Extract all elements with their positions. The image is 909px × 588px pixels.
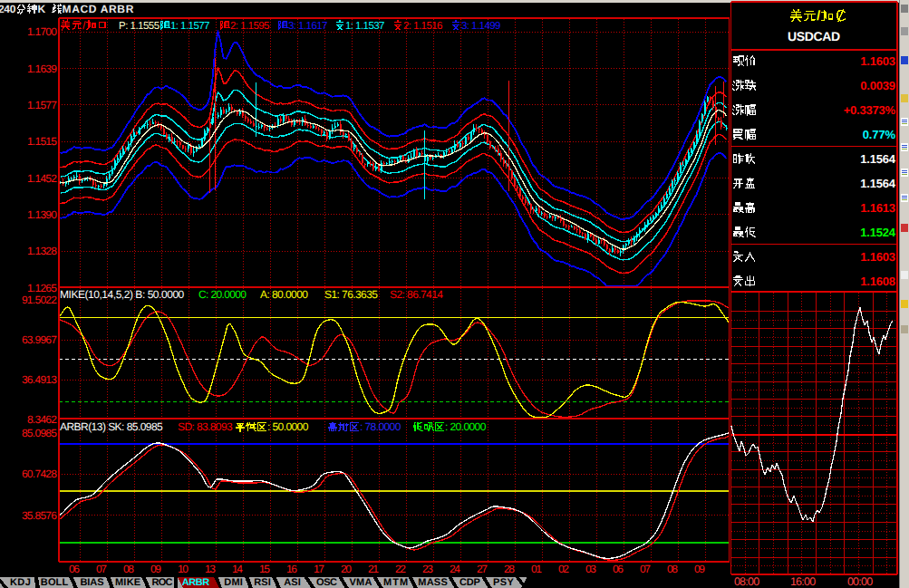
svg-text:S2: 86.7414: S2: 86.7414 (390, 288, 443, 301)
svg-text:240: 240 (0, 3, 16, 15)
svg-text:3: 1.1617: 3: 1.1617 (288, 21, 328, 32)
svg-text:OSC: OSC (316, 577, 337, 588)
svg-text:+0.3373%: +0.3373% (844, 103, 896, 117)
svg-text:17: 17 (314, 563, 324, 575)
svg-text:1.1524: 1.1524 (860, 226, 896, 239)
svg-text:1.1608: 1.1608 (860, 275, 895, 288)
svg-text:MIKE(10,14,5,2) B: 50.0000: MIKE(10,14,5,2) B: 50.0000 (60, 288, 185, 301)
svg-text:ARBR: ARBR (182, 577, 209, 588)
svg-text:01: 01 (531, 563, 542, 575)
svg-text:1.1639: 1.1639 (27, 63, 57, 75)
svg-text:03: 03 (585, 563, 596, 575)
svg-text:13: 13 (205, 563, 216, 575)
svg-text:08: 08 (667, 563, 678, 575)
svg-text:A: 80.0000: A: 80.0000 (260, 288, 308, 301)
svg-text:1.1564: 1.1564 (860, 177, 896, 190)
svg-text:1.1452: 1.1452 (27, 172, 57, 185)
svg-text:1.1577: 1.1577 (27, 99, 57, 111)
svg-text:MASS: MASS (418, 577, 448, 588)
svg-text:06: 06 (69, 563, 80, 575)
svg-text:63.9967: 63.9967 (22, 333, 57, 346)
svg-text:S1: 76.3635: S1: 76.3635 (324, 288, 378, 301)
svg-text:00:00: 00:00 (847, 575, 873, 588)
svg-text:MIKE: MIKE (115, 577, 140, 588)
svg-text:2: 1.1516: 2: 1.1516 (403, 21, 443, 32)
svg-text:24: 24 (450, 563, 460, 575)
svg-text:1.1564: 1.1564 (860, 152, 896, 166)
svg-text:1: 1.1577: 1: 1.1577 (170, 21, 210, 32)
svg-text:27: 27 (477, 563, 488, 575)
svg-text:C: 20.0000: C: 20.0000 (198, 288, 247, 301)
svg-text:MTM: MTM (383, 577, 408, 588)
svg-text:21: 21 (368, 563, 379, 575)
svg-text:16: 16 (286, 563, 297, 575)
svg-text:: 20.0000: : 20.0000 (445, 420, 487, 433)
svg-text:20: 20 (341, 563, 352, 575)
svg-text:: 78.0000: : 78.0000 (360, 420, 401, 433)
svg-text:22: 22 (395, 563, 406, 575)
svg-text:ASI: ASI (284, 577, 301, 588)
svg-text:PSY: PSY (493, 577, 514, 588)
svg-text:ARBR(13) SK: 85.0985: ARBR(13) SK: 85.0985 (60, 420, 163, 433)
svg-text:0.0039: 0.0039 (860, 79, 895, 92)
svg-text:28: 28 (504, 563, 515, 575)
svg-text:SD: 83.8093: SD: 83.8093 (178, 420, 233, 433)
svg-text:02: 02 (558, 563, 569, 575)
svg-text:07: 07 (640, 563, 651, 575)
svg-text:1.1515: 1.1515 (27, 135, 57, 148)
svg-text:KDJ: KDJ (10, 577, 31, 588)
svg-text:1.1265: 1.1265 (27, 282, 57, 294)
svg-text:06: 06 (613, 563, 624, 575)
svg-text:09: 09 (150, 563, 161, 575)
svg-text:23: 23 (422, 563, 433, 575)
svg-text:91.5022: 91.5022 (22, 294, 57, 306)
svg-text:ROC: ROC (152, 577, 173, 588)
svg-text:1.1603: 1.1603 (860, 250, 895, 264)
svg-text:BIAS: BIAS (80, 577, 103, 588)
svg-text:DMI: DMI (224, 577, 243, 588)
svg-text:BOLL: BOLL (41, 577, 69, 588)
svg-text:16:00: 16:00 (790, 575, 816, 588)
svg-text:VMA: VMA (350, 577, 372, 588)
svg-text:1.1328: 1.1328 (27, 245, 57, 257)
svg-text:USDCAD: USDCAD (788, 29, 840, 43)
svg-text:1.1390: 1.1390 (27, 208, 57, 221)
svg-text:08:00: 08:00 (734, 575, 759, 588)
svg-text:60.7428: 60.7428 (22, 468, 57, 480)
svg-text:1.1613: 1.1613 (860, 201, 895, 215)
svg-text:0.77%: 0.77% (863, 128, 896, 141)
svg-text:2: 1.1595: 2: 1.1595 (230, 21, 270, 32)
svg-text:RSI: RSI (254, 577, 271, 588)
svg-text:1: 1.1537: 1: 1.1537 (345, 21, 385, 32)
svg-text:35.8576: 35.8576 (22, 509, 57, 522)
svg-text:CDP: CDP (459, 577, 480, 588)
svg-text:: 50.0000: : 50.0000 (267, 420, 309, 433)
svg-text:P: 1.1555: P: 1.1555 (119, 21, 160, 32)
svg-text:15: 15 (259, 563, 270, 575)
svg-text:10: 10 (178, 563, 189, 575)
svg-text:09: 09 (694, 563, 705, 575)
svg-text:1.1603: 1.1603 (860, 54, 895, 68)
svg-text:36.4913: 36.4913 (22, 373, 57, 386)
svg-text:08: 08 (123, 563, 134, 575)
svg-text:07: 07 (96, 563, 107, 575)
svg-text:85.0985: 85.0985 (22, 427, 57, 439)
svg-text:14: 14 (232, 563, 243, 575)
svg-text:MACD ARBR: MACD ARBR (63, 3, 134, 15)
svg-text:K: K (37, 3, 45, 15)
svg-text:3: 1.1499: 3: 1.1499 (461, 21, 501, 32)
svg-text:1.1700: 1.1700 (27, 25, 57, 38)
svg-text:8.3462: 8.3462 (27, 413, 57, 426)
